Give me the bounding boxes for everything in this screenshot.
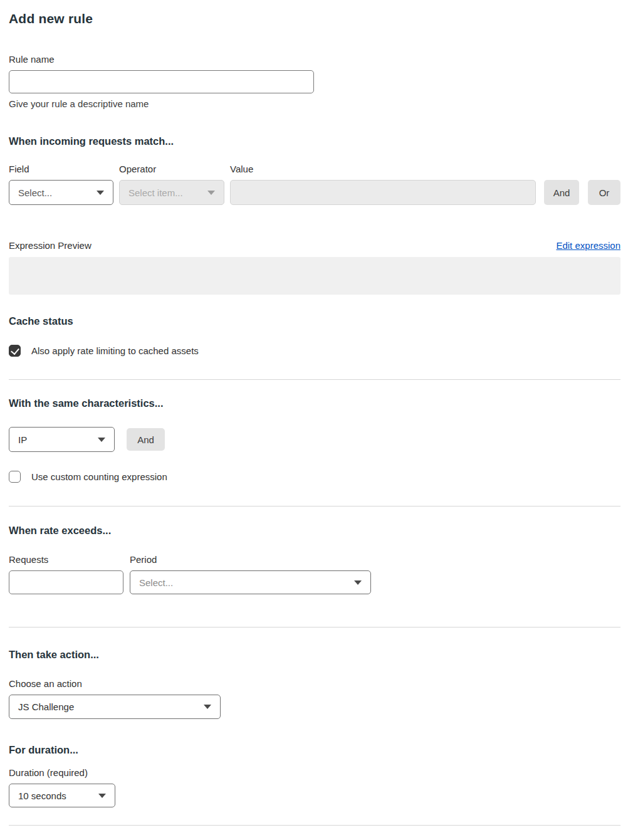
chevron-down-icon <box>98 794 106 798</box>
action-select-value: JS Challenge <box>18 701 74 712</box>
characteristics-heading: With the same characteristics... <box>9 397 620 409</box>
rule-name-input[interactable] <box>9 70 314 93</box>
operator-label: Operator <box>119 164 224 174</box>
cache-status-heading: Cache status <box>9 315 620 327</box>
rate-row: Requests Period Select... <box>9 554 620 594</box>
custom-counting-checkbox-label: Use custom counting expression <box>31 471 167 482</box>
requests-label: Requests <box>9 554 123 565</box>
expression-preview-row: Expression Preview Edit expression <box>9 240 620 251</box>
chevron-down-icon <box>204 705 211 709</box>
period-select-value: Select... <box>139 577 173 588</box>
action-select[interactable]: JS Challenge <box>9 695 221 719</box>
expression-preview-label: Expression Preview <box>9 240 92 251</box>
cached-assets-checkbox-label: Also apply rate limiting to cached asset… <box>31 345 199 356</box>
rule-name-help: Give your rule a descriptive name <box>9 98 620 109</box>
field-select[interactable]: Select... <box>9 180 113 205</box>
duration-section: For duration... Duration (required) 10 s… <box>9 744 620 807</box>
operator-select: Select item... <box>119 180 224 205</box>
cached-assets-checkbox[interactable] <box>9 345 21 357</box>
and-button[interactable]: And <box>544 180 579 205</box>
field-select-value: Select... <box>18 187 52 198</box>
value-input <box>230 180 536 205</box>
requests-input[interactable] <box>9 570 123 594</box>
or-button[interactable]: Or <box>588 180 620 205</box>
duration-label: Duration (required) <box>9 767 620 778</box>
expression-preview-box <box>9 257 620 295</box>
operator-select-value: Select item... <box>128 187 183 198</box>
match-section: When incoming requests match... Field Se… <box>9 135 620 295</box>
match-heading: When incoming requests match... <box>9 135 620 147</box>
duration-heading: For duration... <box>9 744 620 756</box>
custom-counting-checkbox[interactable] <box>9 471 21 483</box>
page-title: Add new rule <box>9 11 620 26</box>
add-rule-form: Add new rule Rule name Give your rule a … <box>0 0 628 840</box>
period-select[interactable]: Select... <box>130 570 371 594</box>
action-heading: Then take action... <box>9 649 620 661</box>
period-label: Period <box>130 554 371 565</box>
chevron-down-icon <box>354 580 362 585</box>
duration-select-value: 10 seconds <box>18 790 66 801</box>
match-row: Field Select... Operator Select item... … <box>9 164 620 205</box>
custom-counting-checkbox-row: Use custom counting expression <box>9 471 620 483</box>
cache-status-checkbox-row: Also apply rate limiting to cached asset… <box>9 345 620 357</box>
duration-select[interactable]: 10 seconds <box>9 784 115 807</box>
value-label: Value <box>230 164 536 174</box>
characteristics-row: IP And <box>9 427 620 452</box>
chevron-down-icon <box>98 438 105 442</box>
divider <box>9 506 620 507</box>
divider <box>9 627 620 627</box>
field-label: Field <box>9 164 113 174</box>
chevron-down-icon <box>207 191 215 195</box>
rule-name-group: Rule name Give your rule a descriptive n… <box>9 54 620 109</box>
edit-expression-link[interactable]: Edit expression <box>556 240 620 251</box>
rate-section: When rate exceeds... Requests Period Sel… <box>9 525 620 594</box>
action-section: Then take action... Choose an action JS … <box>9 649 620 719</box>
action-label: Choose an action <box>9 678 620 689</box>
rule-name-label: Rule name <box>9 54 620 65</box>
characteristic-select-value: IP <box>18 434 27 445</box>
divider <box>9 825 620 826</box>
divider <box>9 379 620 380</box>
characteristic-select[interactable]: IP <box>9 427 115 452</box>
characteristics-section: With the same characteristics... IP And … <box>9 397 620 483</box>
cache-status-section: Cache status Also apply rate limiting to… <box>9 315 620 357</box>
rate-heading: When rate exceeds... <box>9 525 620 537</box>
chevron-down-icon <box>97 191 104 195</box>
characteristics-and-button[interactable]: And <box>127 428 165 451</box>
